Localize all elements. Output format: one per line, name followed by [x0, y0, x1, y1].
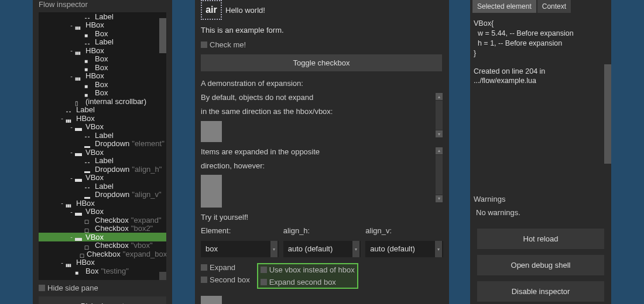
scroll-up-button[interactable]: ▴ — [436, 147, 443, 154]
tree-item-hbox[interactable]: -HBox — [39, 72, 166, 81]
tree-item-hbox[interactable]: -HBox — [39, 258, 166, 267]
tree-toggle-icon[interactable]: - — [60, 259, 64, 266]
tree-item-label[interactable]: Label — [39, 157, 166, 165]
align-h-dropdown[interactable]: auto (default) ▾ — [283, 241, 361, 257]
tree-item-vbox[interactable]: -VBox — [39, 123, 166, 132]
tree-item-label[interactable]: Label — [39, 38, 166, 47]
tree-item-hbox[interactable]: -HBox — [39, 199, 166, 208]
tree-toggle-icon[interactable]: - — [69, 233, 74, 240]
use-vbox-checkbox[interactable]: Use vbox instead of hbox — [261, 265, 355, 274]
scroll-icon — [75, 98, 83, 104]
tree-toggle-icon[interactable]: - — [69, 174, 74, 181]
label-icon — [84, 132, 93, 138]
playground-box — [201, 296, 222, 304]
tree-item-label: VBox — [85, 233, 104, 241]
example-form-label: This is an example form. — [201, 26, 443, 34]
try-it-label: Try it yourself! — [201, 212, 443, 223]
hide-side-pane-checkbox[interactable]: Hide side pane — [39, 284, 98, 292]
element-value: box — [205, 244, 218, 253]
tree-item-label[interactable]: Label — [39, 106, 166, 115]
align-v-dropdown[interactable]: auto (default) ▾ — [365, 241, 443, 257]
scroll-track[interactable] — [436, 155, 443, 195]
expand-checkbox[interactable]: Expand — [201, 263, 250, 272]
tree-item-label[interactable]: Label — [39, 182, 166, 191]
tree-toggle-icon[interactable]: - — [69, 72, 74, 80]
tree-toggle-icon[interactable]: - — [69, 208, 74, 215]
tree-scrollbar-thumb[interactable] — [159, 18, 166, 53]
tree-item-dropdown[interactable]: Dropdown"align_h" — [39, 165, 166, 174]
tab-selected-element[interactable]: Selected element — [472, 0, 536, 13]
scroll-down-button[interactable]: ▾ — [436, 130, 443, 137]
no-expand-line2: in the same direction as the hbox/vbox: — [201, 106, 443, 117]
tree-item-hbox[interactable]: -HBox — [39, 46, 166, 55]
pick-element-button[interactable]: Pick element — [39, 296, 166, 304]
hbox-icon — [75, 22, 83, 28]
tree-toggle-icon[interactable]: - — [69, 148, 74, 156]
hbox-icon — [66, 260, 74, 265]
scroll-down-button[interactable]: ▾ — [436, 195, 443, 202]
tree-item-box[interactable]: Box — [39, 89, 166, 98]
toggle-checkbox-button[interactable]: Toggle checkbox — [201, 54, 442, 71]
tree-toggle-icon[interactable]: - — [69, 22, 74, 29]
chevron-down-icon: ▾ — [435, 241, 442, 257]
disable-inspector-button[interactable]: Disable inspector — [477, 281, 604, 302]
checkbox-icon — [84, 243, 93, 248]
tree-item-label: Checkbox — [95, 224, 129, 233]
info-scrollbar[interactable] — [604, 64, 611, 164]
second-box-checkbox[interactable]: Second box — [201, 275, 250, 284]
flow-inspector-panel: Flow inspector Label-HBoxBoxLabel-HBoxBo… — [33, 0, 172, 304]
tree-item-vbox[interactable]: -VBox — [39, 174, 166, 182]
tree-item-checkbox[interactable]: Checkbox"expand" — [39, 216, 166, 224]
info-panel: Selected element Context VBox{ w = 5.44,… — [470, 0, 611, 304]
tree-item-box[interactable]: Box — [39, 63, 166, 72]
hbox-icon — [66, 200, 74, 206]
tree-toggle-icon[interactable]: - — [60, 115, 64, 122]
tree-item-checkbox[interactable]: Checkbox"vbox" — [39, 241, 166, 250]
second-box-label: Second box — [210, 275, 250, 284]
chevron-down-icon: ▾ — [352, 241, 359, 257]
tree-item-vbox[interactable]: -VBox — [39, 233, 166, 241]
tree-item-secondary: "expand_box2" — [123, 250, 166, 258]
tree-item-box[interactable]: Box — [39, 80, 166, 89]
tree-item-vbox[interactable]: -VBox — [39, 208, 166, 216]
box-icon — [84, 90, 93, 96]
scroll-track[interactable] — [436, 101, 443, 130]
tree-item-checkbox[interactable]: Checkbox"expand_box2" — [39, 250, 166, 258]
vbox-h: h = 1, -- Before expansion — [474, 39, 608, 49]
tree-item-label[interactable]: Label — [39, 12, 166, 21]
scrollbar-thumb[interactable] — [604, 64, 611, 164]
check-me-checkbox[interactable]: Check me! — [201, 40, 246, 49]
tree-toggle-icon[interactable]: - — [69, 47, 74, 54]
label-icon — [66, 107, 74, 113]
tree-item-label[interactable]: Label — [39, 131, 166, 140]
tree-item-box[interactable]: Box — [39, 29, 166, 38]
tree-item-hbox[interactable]: -HBox — [39, 114, 166, 123]
tree-item-dropdown[interactable]: Dropdown"align_v" — [39, 191, 166, 199]
tree-item-label: VBox — [85, 207, 104, 216]
expand-second-checkbox[interactable]: Expand second box — [261, 278, 355, 286]
tree-item-label: HBox — [76, 114, 95, 123]
tree-item-checkbox[interactable]: Checkbox"box2" — [39, 224, 166, 233]
tree-toggle-icon[interactable]: - — [69, 123, 74, 130]
label-icon — [84, 183, 93, 189]
tree-item-box[interactable]: Box"testing" — [39, 267, 166, 275]
scroll-up-button[interactable]: ▴ — [436, 93, 443, 100]
tree-scrollbar-button[interactable] — [159, 272, 166, 280]
tree-item-hbox[interactable]: -HBox — [39, 21, 166, 30]
element-dropdown[interactable]: box ▾ — [201, 241, 279, 257]
vbox-close: } — [474, 49, 608, 58]
tree-item--internal-scrollbar-[interactable]: (internal scrollbar) — [39, 97, 166, 106]
tree-item-box[interactable]: Box — [39, 55, 166, 64]
check-me-label: Check me! — [210, 40, 246, 49]
open-debug-shell-button[interactable]: Open debug shell — [477, 255, 604, 275]
tree-toggle-icon[interactable]: - — [60, 199, 64, 206]
tree-item-vbox[interactable]: -VBox — [39, 148, 166, 157]
tree-item-secondary: "vbox" — [131, 241, 153, 250]
box-icon — [84, 56, 93, 62]
tree-item-dropdown[interactable]: Dropdown"element" — [39, 140, 166, 148]
tab-context[interactable]: Context — [537, 0, 571, 13]
hot-reload-button[interactable]: Hot reload — [477, 229, 604, 249]
element-tree[interactable]: Label-HBoxBoxLabel-HBoxBoxBox-HBoxBoxBox… — [39, 12, 166, 280]
info-tabs: Selected element Context — [470, 0, 611, 14]
tree-item-secondary: "expand" — [131, 216, 162, 224]
